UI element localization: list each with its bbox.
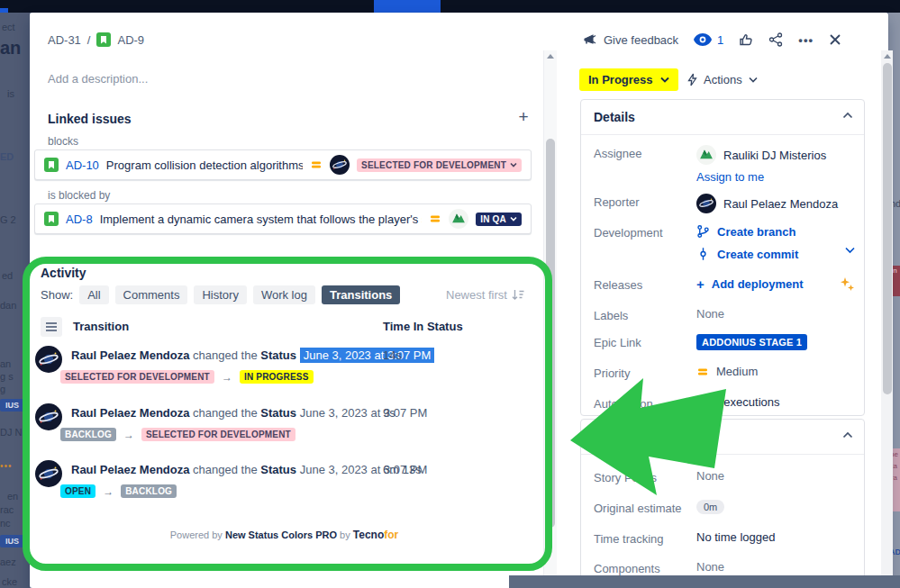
- field-name: Status: [260, 348, 296, 362]
- to-status-badge: SELECTED FOR DEVELOPMENT: [141, 428, 295, 441]
- story-points-value[interactable]: None: [696, 469, 724, 483]
- filter-worklog[interactable]: Work log: [253, 285, 315, 304]
- table-menu-button[interactable]: [41, 317, 62, 337]
- field-components: Components None: [594, 560, 855, 575]
- details-title: Details: [594, 110, 635, 124]
- avatar: [696, 145, 716, 165]
- scroll-up-arrow[interactable]: [547, 54, 554, 59]
- topbar-active-tab[interactable]: [374, 0, 441, 13]
- scrollbar-thumb[interactable]: [883, 63, 892, 394]
- give-feedback-label: Give feedback: [604, 33, 678, 47]
- add-deployment-link[interactable]: + Add deployment: [696, 276, 804, 292]
- details-panel: Details Assignee Rauliki DJ Misterios As…: [580, 99, 865, 416]
- medium-priority-icon: [429, 213, 441, 225]
- original-estimate-value[interactable]: 0m: [696, 500, 724, 514]
- issue-key-link[interactable]: AD-8: [66, 213, 93, 226]
- reporter-value[interactable]: Raul Pelaez Mendoza: [696, 194, 838, 213]
- vote-button[interactable]: [739, 32, 753, 47]
- sort-order-button[interactable]: Newest first: [446, 288, 524, 302]
- status-dropdown[interactable]: IN QA: [476, 213, 522, 226]
- field-labels: Labels None: [594, 307, 855, 322]
- action-text: changed the: [193, 463, 258, 476]
- branch-icon: [696, 224, 710, 239]
- status-dropdown[interactable]: SELECTED FOR DEVELOPMENT: [357, 158, 522, 172]
- field-assignee: Assignee Rauliki DJ Misterios: [594, 145, 855, 165]
- assignee-value[interactable]: Rauliki DJ Misterios: [696, 145, 826, 165]
- scrollbar-thumb[interactable]: [546, 139, 555, 528]
- chevron-down-icon[interactable]: [845, 247, 855, 254]
- chevron-up-icon[interactable]: [842, 431, 853, 439]
- rule-executions-link[interactable]: Rule executions: [696, 395, 780, 409]
- labels-value[interactable]: None: [696, 307, 724, 321]
- user-name[interactable]: Raul Pelaez Mendoza: [71, 463, 189, 476]
- sidebar-scrollbar[interactable]: [881, 50, 893, 588]
- more-actions-button[interactable]: •••: [798, 33, 814, 47]
- powered-by-footer: Powered by New Status Colors PRO by Tecn…: [30, 529, 539, 541]
- from-status-badge: OPEN: [60, 484, 95, 498]
- eye-icon: [694, 33, 712, 46]
- issue-summary[interactable]: Program collision detection algorithms f…: [106, 158, 303, 172]
- field-reporter: Reporter Raul Pelaez Mendoza: [594, 194, 855, 213]
- assign-to-me-link[interactable]: Assign to me: [696, 170, 764, 184]
- issue-summary[interactable]: Implement a dynamic camera system that f…: [100, 213, 423, 226]
- bg-fragment: g: [0, 384, 5, 394]
- close-icon: [829, 33, 841, 46]
- story-icon: [44, 212, 59, 226]
- give-feedback-button[interactable]: Give feedback: [584, 33, 678, 47]
- browser-topbar: [0, 0, 900, 13]
- chevron-down-icon: [660, 77, 669, 83]
- more-fields-header[interactable]: [581, 420, 864, 455]
- filter-comments[interactable]: Comments: [115, 285, 188, 304]
- user-name[interactable]: Raul Pelaez Mendoza: [71, 348, 189, 362]
- megaphone-icon: [584, 33, 598, 46]
- activity-title: Activity: [41, 266, 86, 280]
- avatar: [35, 346, 62, 373]
- filter-all[interactable]: All: [79, 285, 108, 304]
- bg-fragment: g s: [0, 371, 14, 382]
- status-dropdown-button[interactable]: In Progress: [579, 68, 678, 91]
- brand-logo[interactable]: Tecnofor: [353, 529, 398, 541]
- watch-button[interactable]: 1: [694, 33, 723, 47]
- field-label: Labels: [594, 307, 696, 322]
- medium-priority-icon: [310, 158, 323, 171]
- priority-value[interactable]: Medium: [696, 365, 758, 378]
- breadcrumb-current-link[interactable]: AD-9: [117, 33, 144, 47]
- scroll-up-arrow[interactable]: [884, 54, 891, 59]
- linked-issue-row[interactable]: AD-8 Implement a dynamic camera system t…: [34, 204, 532, 234]
- chevron-down-icon: [749, 77, 758, 83]
- filter-transitions[interactable]: Transitions: [322, 285, 400, 304]
- issue-key-link[interactable]: AD-10: [66, 158, 99, 172]
- field-label: Story Points: [594, 469, 696, 484]
- details-panel-header[interactable]: Details: [581, 100, 864, 135]
- epic-link-badge[interactable]: ADDONIUS STAGE 1: [696, 334, 807, 350]
- ellipsis-icon: •••: [798, 33, 814, 47]
- bg-fragment: en: [7, 491, 18, 502]
- linked-issue-row[interactable]: AD-10 Program collision detection algori…: [34, 149, 532, 180]
- field-original-estimate: Original estimate 0m: [594, 500, 855, 515]
- create-branch-link[interactable]: Create branch: [696, 224, 795, 239]
- column-header-transition: Transition: [73, 320, 129, 333]
- create-commit-link[interactable]: Create commit: [696, 247, 798, 261]
- transition-arrow: →: [123, 429, 134, 441]
- time-in-status: 9s: [383, 406, 395, 420]
- sparkle-icon[interactable]: [839, 276, 855, 292]
- description-placeholder[interactable]: Add a description...: [48, 72, 148, 86]
- topbar-notch: [0, 8, 8, 13]
- bg-fragment: rac: [0, 504, 14, 515]
- bg-fragment: •••: [0, 461, 13, 471]
- share-button[interactable]: [768, 32, 783, 47]
- add-linked-issue-button[interactable]: +: [513, 106, 534, 128]
- content-scrollbar[interactable]: [543, 50, 557, 588]
- time-tracking-value[interactable]: No time logged: [696, 530, 775, 544]
- breadcrumb-parent-link[interactable]: AD-31: [48, 33, 81, 47]
- components-value[interactable]: None: [696, 560, 724, 574]
- actions-dropdown-button[interactable]: Actions: [680, 68, 765, 91]
- user-name[interactable]: Raul Pelaez Mendoza: [71, 406, 189, 420]
- close-button[interactable]: [829, 33, 841, 46]
- field-development-commit: Create commit: [594, 247, 855, 261]
- filter-history[interactable]: History: [194, 285, 246, 304]
- chevron-up-icon[interactable]: [842, 112, 853, 119]
- lightning-icon: [687, 73, 697, 86]
- bg-fragment: ed: [2, 270, 13, 281]
- avatar: [696, 194, 716, 213]
